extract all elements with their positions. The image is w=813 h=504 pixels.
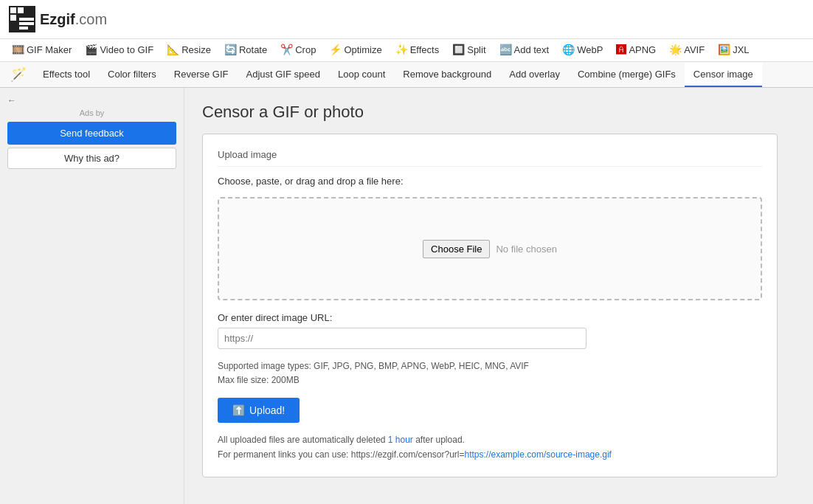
- why-this-ad-button[interactable]: Why this ad?: [7, 148, 176, 169]
- jxl-icon: 🖼️: [718, 44, 730, 55]
- logo[interactable]: Ezgif.com: [9, 6, 107, 32]
- split-icon: 🔲: [452, 44, 465, 55]
- svg-rect-6: [19, 27, 28, 30]
- upload-icon: ⬆️: [232, 404, 245, 416]
- nav-split[interactable]: 🔲 Split: [446, 39, 491, 61]
- tab-combine-merge-gifs[interactable]: Combine (merge) GIFs: [569, 63, 685, 87]
- resize-icon: 📐: [167, 44, 179, 55]
- video-to-gif-icon: 🎬: [85, 44, 97, 55]
- gif-maker-icon: 🎞️: [12, 44, 24, 55]
- svg-rect-4: [19, 18, 34, 21]
- svg-rect-1: [10, 7, 16, 13]
- tab-add-overlay[interactable]: Add overlay: [500, 63, 569, 87]
- upload-section-label: Upload image: [218, 149, 762, 167]
- file-dropzone[interactable]: Choose File No file chosen: [218, 197, 762, 300]
- upload-instruction: Choose, paste, or drag and drop a file h…: [218, 176, 762, 187]
- upload-button[interactable]: ⬆️ Upload!: [218, 398, 300, 423]
- sidebar: ← Ads by Send feedback Why this ad?: [0, 88, 184, 504]
- nav-add-text[interactable]: 🔤 Add text: [494, 39, 556, 61]
- info-text: All uploaded files are automatically del…: [218, 433, 762, 461]
- example-url-link[interactable]: https://example.com/source-image.gif: [465, 449, 612, 460]
- nav-gif-maker[interactable]: 🎞️ GIF Maker: [6, 39, 77, 61]
- wand-icon: 🪄: [10, 66, 27, 83]
- nav-crop[interactable]: ✂️ Crop: [274, 39, 322, 61]
- main-nav: 🎞️ GIF Maker 🎬 Video to GIF 📐 Resize 🔄 R…: [0, 39, 813, 62]
- nav-rotate[interactable]: 🔄 Rotate: [218, 39, 273, 61]
- optimize-icon: ⚡: [329, 44, 342, 55]
- header: Ezgif.com: [0, 0, 813, 39]
- nav-webp[interactable]: 🌐 WebP: [556, 39, 609, 61]
- tab-remove-background[interactable]: Remove background: [394, 63, 500, 87]
- supported-types: Supported image types: GIF, JPG, PNG, BM…: [218, 359, 762, 387]
- nav-avif[interactable]: 🌟 AVIF: [663, 39, 710, 61]
- send-feedback-button[interactable]: Send feedback: [7, 122, 176, 145]
- wand-icon-container: 🪄: [3, 62, 34, 87]
- svg-rect-2: [18, 7, 24, 13]
- tab-color-filters[interactable]: Color filters: [99, 63, 165, 87]
- page-title: Censor a GIF or photo: [202, 103, 795, 122]
- svg-rect-3: [10, 15, 16, 21]
- nav-effects[interactable]: ✨ Effects: [390, 39, 446, 61]
- layout: ← Ads by Send feedback Why this ad? Cens…: [0, 88, 813, 504]
- tab-censor-image[interactable]: Censor image: [685, 63, 762, 87]
- nav-resize[interactable]: 📐 Resize: [161, 39, 217, 61]
- nav-optimize[interactable]: ⚡ Optimize: [323, 39, 387, 61]
- logo-icon: [9, 6, 35, 32]
- add-text-icon: 🔤: [499, 44, 512, 55]
- tab-effects-tool[interactable]: Effects tool: [34, 63, 99, 87]
- url-input[interactable]: [218, 328, 587, 349]
- nav-video-to-gif[interactable]: 🎬 Video to GIF: [79, 39, 159, 61]
- ads-label: Ads by: [7, 108, 176, 117]
- tab-adjust-gif-speed[interactable]: Adjust GIF speed: [238, 63, 329, 87]
- rotate-icon: 🔄: [224, 44, 237, 55]
- tab-loop-count[interactable]: Loop count: [329, 63, 394, 87]
- crop-icon: ✂️: [280, 44, 293, 55]
- nav-apng[interactable]: 🅰 APNG: [610, 39, 662, 61]
- webp-icon: 🌐: [562, 44, 575, 55]
- effects-icon: ✨: [395, 44, 408, 55]
- url-label: Or enter direct image URL:: [218, 312, 762, 323]
- subnav: 🪄 Effects tool Color filters Reverse GIF…: [0, 62, 813, 88]
- no-file-text: No file chosen: [496, 244, 556, 255]
- apng-icon: 🅰: [616, 44, 626, 55]
- avif-icon: 🌟: [669, 44, 682, 55]
- upload-section: Upload image Choose, paste, or drag and …: [202, 134, 778, 477]
- svg-rect-5: [19, 22, 34, 25]
- choose-file-button[interactable]: Choose File: [423, 240, 490, 258]
- nav-jxl[interactable]: 🖼️ JXL: [712, 39, 755, 61]
- logo-text: Ezgif.com: [40, 11, 107, 28]
- main-content: Censor a GIF or photo Upload image Choos…: [184, 88, 813, 504]
- tab-reverse-gif[interactable]: Reverse GIF: [165, 63, 238, 87]
- file-input-area: Choose File No file chosen: [423, 240, 557, 258]
- sidebar-back-arrow[interactable]: ←: [7, 95, 176, 106]
